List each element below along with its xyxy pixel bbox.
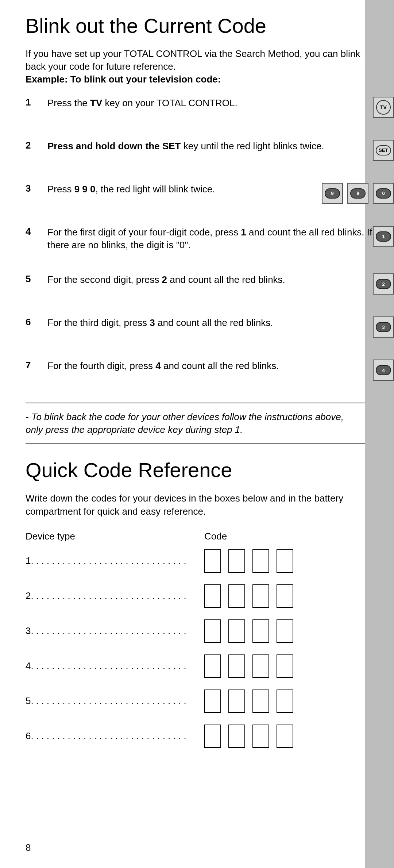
step-row: 1Press the TV key on your TOTAL CONTROL.… <box>26 97 394 118</box>
intro-example: Example: To blink out your television co… <box>26 73 365 86</box>
code-box[interactable] <box>252 690 269 713</box>
step-text: For the fourth digit, press 4 and count … <box>47 360 373 372</box>
ref-row: 1. . . . . . . . . . . . . . . . . . . .… <box>26 549 365 573</box>
step-text: For the first digit of your four-digit c… <box>47 226 373 251</box>
ref-table-head: Device type Code <box>26 531 365 542</box>
code-boxes <box>204 690 293 713</box>
divider <box>26 443 365 444</box>
code-box[interactable] <box>204 654 221 678</box>
code-box[interactable] <box>252 654 269 678</box>
steps-list: 1Press the TV key on your TOTAL CONTROL.… <box>26 97 394 381</box>
remote-key-icon: SET <box>373 140 394 161</box>
page-number: 8 <box>26 842 31 853</box>
step-keys: 1 <box>373 226 394 247</box>
ref-row-label: 3. . . . . . . . . . . . . . . . . . . .… <box>26 625 204 637</box>
remote-key-label: 4 <box>376 365 391 375</box>
step-text: Press and hold down the SET key until th… <box>47 140 373 153</box>
remote-key-icon: 1 <box>373 226 394 247</box>
remote-key-label: SET <box>376 145 391 155</box>
step-row: 2Press and hold down the SET key until t… <box>26 140 394 161</box>
section-title-blink: Blink out the Current Code <box>26 15 365 37</box>
code-box[interactable] <box>277 549 293 573</box>
ref-row: 2. . . . . . . . . . . . . . . . . . . .… <box>26 584 365 608</box>
code-box[interactable] <box>252 549 269 573</box>
code-box[interactable] <box>204 584 221 608</box>
code-boxes <box>204 619 293 643</box>
code-box[interactable] <box>204 549 221 573</box>
code-box[interactable] <box>204 690 221 713</box>
code-box[interactable] <box>277 725 293 748</box>
ref-row: 6. . . . . . . . . . . . . . . . . . . .… <box>26 725 365 748</box>
step-row: 4For the first digit of your four-digit … <box>26 226 394 251</box>
remote-key-icon: 2 <box>373 273 394 295</box>
ref-row: 5. . . . . . . . . . . . . . . . . . . .… <box>26 690 365 713</box>
divider <box>26 403 365 403</box>
code-box[interactable] <box>277 584 293 608</box>
code-box[interactable] <box>277 619 293 643</box>
code-box[interactable] <box>228 690 245 713</box>
code-boxes <box>204 584 293 608</box>
ref-row-label: 2. . . . . . . . . . . . . . . . . . . .… <box>26 590 204 602</box>
code-box[interactable] <box>252 725 269 748</box>
quick-intro: Write down the codes for your devices in… <box>26 492 354 518</box>
remote-key-icon: TV <box>373 97 394 118</box>
code-box[interactable] <box>228 725 245 748</box>
intro-block: If you have set up your TOTAL CONTROL vi… <box>26 47 365 86</box>
remote-key-label: 3 <box>376 322 391 332</box>
code-box[interactable] <box>228 619 245 643</box>
code-box[interactable] <box>252 584 269 608</box>
remote-key-icon: 0 <box>373 183 394 204</box>
code-box[interactable] <box>277 654 293 678</box>
ref-row: 3. . . . . . . . . . . . . . . . . . . .… <box>26 619 365 643</box>
ref-row-label: 1. . . . . . . . . . . . . . . . . . . .… <box>26 555 204 566</box>
ref-row-label: 6. . . . . . . . . . . . . . . . . . . .… <box>26 730 204 742</box>
step-keys: 4 <box>373 360 394 381</box>
code-box[interactable] <box>204 619 221 643</box>
ref-row-label: 4. . . . . . . . . . . . . . . . . . . .… <box>26 660 204 672</box>
step-text: Press 9 9 0, the red light will blink tw… <box>47 183 322 196</box>
step-keys: 990 <box>322 183 394 204</box>
col-device-type: Device type <box>26 531 204 542</box>
step-keys: SET <box>373 140 394 161</box>
step-text: For the second digit, press 2 and count … <box>47 273 373 286</box>
step-keys: TV <box>373 97 394 118</box>
step-row: 3Press 9 9 0, the red light will blink t… <box>26 183 394 204</box>
remote-key-label: TV <box>376 100 391 115</box>
step-text: Press the TV key on your TOTAL CONTROL. <box>47 97 373 110</box>
ref-row: 4. . . . . . . . . . . . . . . . . . . .… <box>26 654 365 678</box>
remote-key-label: 0 <box>376 188 391 199</box>
step-row: 6For the third digit, press 3 and count … <box>26 316 394 338</box>
footnote: - To blink back the code for your other … <box>26 411 361 436</box>
remote-key-label: 9 <box>350 188 366 199</box>
remote-key-icon: 9 <box>322 183 343 204</box>
remote-key-label: 2 <box>376 279 391 289</box>
step-row: 7For the fourth digit, press 4 and count… <box>26 360 394 381</box>
step-text: For the third digit, press 3 and count a… <box>47 316 373 329</box>
section-title-quick: Quick Code Reference <box>26 459 365 481</box>
col-code: Code <box>204 531 227 542</box>
code-box[interactable] <box>228 654 245 678</box>
code-box[interactable] <box>228 549 245 573</box>
code-box[interactable] <box>204 725 221 748</box>
step-number: 4 <box>26 226 47 237</box>
step-number: 7 <box>26 360 47 371</box>
step-keys: 2 <box>373 273 394 295</box>
code-box[interactable] <box>252 619 269 643</box>
step-number: 5 <box>26 273 47 285</box>
step-number: 1 <box>26 97 47 108</box>
code-boxes <box>204 549 293 573</box>
code-boxes <box>204 725 293 748</box>
step-number: 2 <box>26 140 47 151</box>
remote-key-icon: 9 <box>347 183 368 204</box>
ref-row-label: 5. . . . . . . . . . . . . . . . . . . .… <box>26 695 204 707</box>
remote-key-label: 1 <box>376 231 391 242</box>
remote-key-icon: 3 <box>373 316 394 338</box>
step-row: 5For the second digit, press 2 and count… <box>26 273 394 295</box>
ref-rows: 1. . . . . . . . . . . . . . . . . . . .… <box>26 549 365 748</box>
step-keys: 3 <box>373 316 394 338</box>
remote-key-label: 9 <box>325 188 340 199</box>
step-number: 3 <box>26 183 47 194</box>
step-number: 6 <box>26 316 47 328</box>
code-box[interactable] <box>228 584 245 608</box>
code-box[interactable] <box>277 690 293 713</box>
